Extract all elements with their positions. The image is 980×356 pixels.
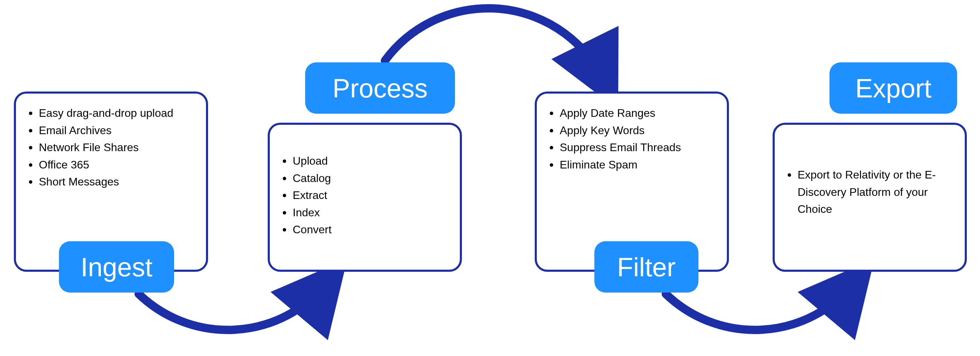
stage-items-filter: Apply Date Ranges Apply Key Words Suppre…: [549, 105, 714, 173]
arrow-filter-to-export: [666, 284, 853, 330]
stage-item: Eliminate Spam: [549, 156, 714, 174]
stage-title-export: Export: [829, 62, 957, 114]
stage-item: Index: [282, 204, 447, 221]
stage-items-process: Upload Catalog Extract Index Convert: [282, 153, 447, 238]
stage-item: Upload: [282, 153, 447, 170]
stage-title-process: Process: [305, 62, 455, 114]
stage-item: Network File Shares: [29, 139, 194, 156]
stage-item: Export to Relativity or the E-Discovery …: [787, 166, 952, 218]
stage-items-ingest: Easy drag-and-drop upload Email Archives…: [29, 105, 194, 191]
stage-item: Suppress Email Threads: [549, 139, 714, 156]
stage-item: Easy drag-and-drop upload: [29, 105, 194, 122]
stage-card-export: Export to Relativity or the E-Discovery …: [773, 123, 967, 272]
stage-items-export: Export to Relativity or the E-Discovery …: [787, 166, 952, 218]
stage-item: Extract: [282, 187, 447, 204]
workflow-diagram: Easy drag-and-drop upload Email Archives…: [0, 0, 980, 356]
stage-item: Apply Key Words: [549, 122, 714, 139]
stage-card-process: Upload Catalog Extract Index Convert: [268, 123, 462, 272]
stage-item: Office 365: [29, 156, 194, 174]
stage-item: Convert: [282, 221, 447, 238]
stage-item: Email Archives: [29, 122, 194, 139]
stage-item: Apply Date Ranges: [549, 105, 714, 122]
stage-item: Short Messages: [29, 173, 194, 191]
stage-title-filter: Filter: [594, 241, 698, 292]
stage-title-ingest: Ingest: [59, 241, 174, 292]
stage-item: Catalog: [282, 170, 447, 187]
